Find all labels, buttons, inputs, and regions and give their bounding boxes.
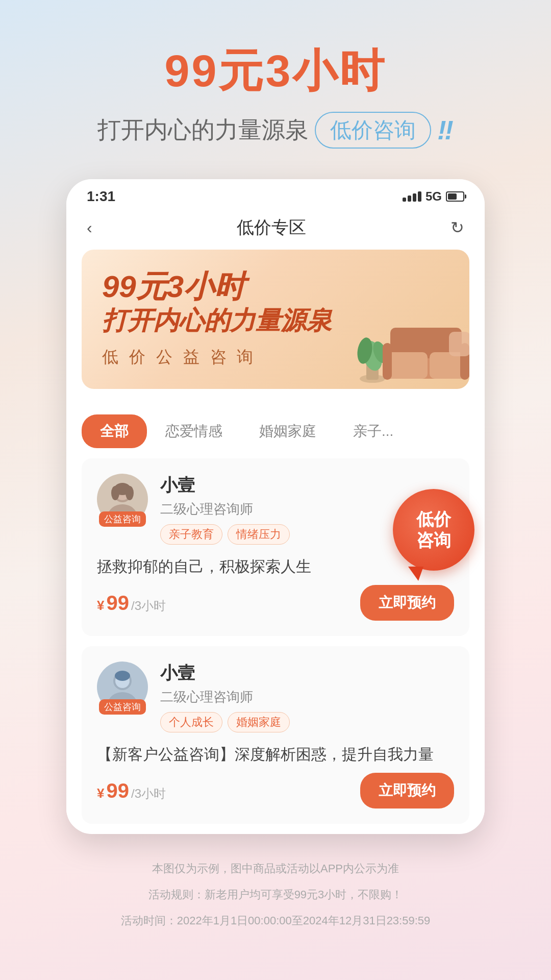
book-button-2[interactable]: 立即预约 — [360, 773, 454, 808]
svg-point-17 — [126, 486, 134, 500]
filter-tab-marriage[interactable]: 婚姻家庭 — [241, 414, 335, 448]
signal-bars-icon — [403, 191, 421, 202]
header-section: 99元3小时 打开内心的力量源泉 低价咨询 ‼ — [0, 0, 551, 169]
battery-fill — [448, 193, 457, 200]
banner-card: 99元3小时 打开内心的力量源泉 低 价 公 益 咨 询 — [82, 250, 469, 389]
float-bubble: 低价 咨询 — [393, 489, 474, 571]
price-2: ¥ 99 /3小时 — [97, 779, 166, 802]
status-bar: 1:31 5G — [66, 179, 485, 211]
footer-notes: 本图仅为示例，图中商品或活动以APP内公示为准 活动规则：新老用户均可享受99元… — [90, 844, 461, 959]
avatar-badge-1: 公益咨询 — [99, 511, 146, 527]
phone-mockup: 1:31 5G ‹ 低价专区 ↻ 99元3小时 打 — [66, 179, 485, 834]
battery-icon — [446, 191, 464, 202]
price-1: ¥ 99 /3小时 — [97, 592, 166, 615]
counselor-title-2: 二级心理咨询师 — [160, 688, 454, 706]
main-title: 99元3小时 — [31, 41, 520, 102]
signal-bar-4 — [418, 191, 421, 202]
filter-tabs: 全部 恋爱情感 婚姻家庭 亲子... — [66, 399, 485, 448]
footer-rule: 活动规则：新老用户均可享受99元3小时，不限购！ — [121, 886, 431, 903]
network-type: 5G — [425, 189, 442, 204]
counselor-name-1: 小壹 — [160, 474, 454, 497]
float-bubble-line2: 咨询 — [416, 530, 451, 551]
footer-time: 活动时间：2022年1月1日00:00:00至2024年12月31日23:59:… — [121, 912, 431, 929]
counselor-card-2: 公益咨询 小壹 二级心理咨询师 个人成长 婚姻家庭 【新客户公益咨询】深度解析困… — [82, 646, 469, 824]
signal-bar-2 — [408, 195, 411, 202]
filter-tab-parenting[interactable]: 亲子... — [335, 414, 412, 448]
tag-2-1: 个人成长 — [160, 712, 222, 732]
price-unit-2: /3小时 — [131, 786, 166, 802]
counselor-tags-2: 个人成长 婚姻家庭 — [160, 712, 454, 732]
price-row-1: ¥ 99 /3小时 立即预约 — [97, 585, 454, 621]
counselor-list: 公益咨询 小壹 二级心理咨询师 亲子教育 情绪压力 拯救抑郁的自己，积极探索人生 — [66, 458, 485, 824]
float-bubble-line1: 低价 — [416, 509, 451, 530]
sofa-decoration-icon — [332, 277, 469, 389]
status-time: 1:31 — [87, 188, 115, 205]
counselor-card-1: 公益咨询 小壹 二级心理咨询师 亲子教育 情绪压力 拯救抑郁的自己，积极探索人生 — [82, 458, 469, 636]
tag-2-2: 婚姻家庭 — [228, 712, 290, 732]
svg-rect-11 — [449, 332, 469, 356]
svg-rect-7 — [387, 352, 428, 379]
back-icon[interactable]: ‹ — [87, 218, 92, 237]
counselor-desc-1: 拯救抑郁的自己，积极探索人生 — [97, 555, 454, 578]
refresh-icon[interactable]: ↻ — [450, 218, 464, 237]
tag-1-2: 情绪压力 — [228, 524, 290, 545]
avatar-container-1: 公益咨询 — [97, 474, 148, 525]
svg-point-21 — [115, 671, 130, 681]
price-amount-2: 99 — [106, 779, 129, 802]
subtitle-line: 打开内心的力量源泉 低价咨询 ‼ — [31, 112, 520, 149]
svg-rect-9 — [383, 343, 392, 380]
signal-bar-3 — [413, 193, 416, 202]
price-unit-1: /3小时 — [131, 598, 166, 614]
page-wrapper: 99元3小时 打开内心的力量源泉 低价咨询 ‼ 1:31 5G — [0, 0, 551, 980]
price-amount-1: 99 — [106, 592, 129, 615]
avatar-badge-2: 公益咨询 — [99, 699, 146, 715]
footer-disclaimer: 本图仅为示例，图中商品或活动以APP内公示为准 — [121, 860, 431, 877]
status-icons: 5G — [403, 189, 464, 204]
price-yuan-1: ¥ — [97, 598, 104, 614]
counselor-info-2: 小壹 二级心理咨询师 个人成长 婚姻家庭 — [160, 662, 454, 732]
nav-title: 低价专区 — [237, 216, 306, 239]
subtitle-text: 打开内心的力量源泉 — [97, 114, 309, 146]
counselor-desc-2: 【新客户公益咨询】深度解析困惑，提升自我力量 — [97, 743, 454, 766]
counselor-name-2: 小壹 — [160, 662, 454, 685]
avatar-container-2: 公益咨询 — [97, 662, 148, 713]
book-button-1[interactable]: 立即预约 — [360, 585, 454, 621]
nav-bar: ‹ 低价专区 ↻ — [66, 211, 485, 250]
filter-tab-all[interactable]: 全部 — [82, 414, 147, 448]
filter-tab-romance[interactable]: 恋爱情感 — [147, 414, 241, 448]
svg-point-16 — [111, 486, 119, 500]
exclamation-mark: ‼ — [437, 115, 453, 145]
tag-1-1: 亲子教育 — [160, 524, 222, 545]
price-yuan-2: ¥ — [97, 786, 104, 801]
signal-bar-1 — [403, 198, 406, 202]
badge-circle: 低价咨询 — [315, 112, 431, 149]
price-row-2: ¥ 99 /3小时 立即预约 — [97, 773, 454, 808]
counselor-header-2: 公益咨询 小壹 二级心理咨询师 个人成长 婚姻家庭 — [97, 662, 454, 732]
